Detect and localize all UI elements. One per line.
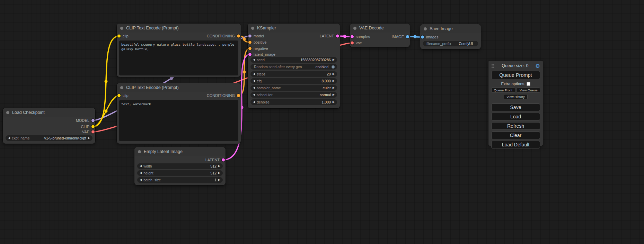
widget-batch-size[interactable]: ◀ batch_size 1 ▶ xyxy=(137,177,223,183)
output-port-vae[interactable] xyxy=(91,130,95,134)
node-ksampler[interactable]: KSampler model positive negative latent_… xyxy=(248,24,340,108)
increment-arrow-icon[interactable]: ▶ xyxy=(218,172,220,174)
increment-arrow-icon[interactable]: ▶ xyxy=(333,101,335,103)
prompt-textarea[interactable]: beautiful scenery nature glass bottle la… xyxy=(119,40,238,75)
decrement-arrow-icon[interactable]: ◀ xyxy=(8,137,10,139)
node-save-image[interactable]: Save Image images filename_prefix ComfyU… xyxy=(420,24,481,49)
increment-arrow-icon[interactable]: ▶ xyxy=(333,73,335,75)
increment-arrow-icon[interactable]: ▶ xyxy=(88,137,90,139)
node-title-bar[interactable]: CLIP Text Encode (Prompt) xyxy=(117,83,241,92)
input-port-samples[interactable] xyxy=(351,35,354,38)
decrement-arrow-icon[interactable]: ◀ xyxy=(253,101,255,103)
decrement-arrow-icon[interactable]: ◀ xyxy=(140,172,142,174)
output-label-clip: CLIP xyxy=(81,125,89,129)
load-default-button[interactable]: Load Default xyxy=(491,141,540,148)
extra-options-checkbox[interactable] xyxy=(527,82,530,86)
widget-seed[interactable]: ◀ seed 156680208700286 ▶ xyxy=(250,57,337,63)
widget-value: 512 xyxy=(210,171,217,175)
widget-value: euler xyxy=(323,86,330,90)
input-label-images: images xyxy=(426,35,438,39)
increment-arrow-icon[interactable]: ▶ xyxy=(333,58,335,61)
output-port-latent[interactable] xyxy=(336,35,339,38)
decrement-arrow-icon[interactable]: ◀ xyxy=(253,58,255,61)
drag-handle-icon[interactable] xyxy=(491,64,495,68)
widget-denoise[interactable]: ◀ denoise 1.000 ▶ xyxy=(250,99,337,105)
increment-arrow-icon[interactable]: ▶ xyxy=(218,179,220,181)
input-port-model[interactable] xyxy=(248,35,252,38)
output-port-conditioning[interactable] xyxy=(237,35,240,38)
node-title-bar[interactable]: CLIP Text Encode (Prompt) xyxy=(117,24,241,33)
collapse-dot-icon[interactable] xyxy=(353,27,356,30)
input-port-latent-image[interactable] xyxy=(248,53,252,56)
widget-random-seed-toggle[interactable]: Random seed after every gen enabled xyxy=(250,64,337,70)
load-button[interactable]: Load xyxy=(491,113,540,120)
output-port-image[interactable] xyxy=(406,35,409,38)
node-vae-decode[interactable]: VAE Decode samples vae IMAGE xyxy=(350,24,410,47)
clear-button[interactable]: Clear xyxy=(491,132,540,139)
widget-filename-prefix[interactable]: filename_prefix ComfyUI xyxy=(423,41,478,46)
wire-latent-samples-midpoint-dot xyxy=(343,35,346,38)
widget-value: 1.000 xyxy=(322,100,331,104)
toggle-dot-icon[interactable] xyxy=(332,65,335,69)
output-port-latent[interactable] xyxy=(222,159,225,162)
increment-arrow-icon[interactable]: ▶ xyxy=(333,93,335,96)
view-history-button[interactable]: View History xyxy=(504,94,528,99)
widget-value: 20 xyxy=(327,72,331,76)
queue-prompt-button[interactable]: Queue Prompt xyxy=(491,71,540,79)
increment-arrow-icon[interactable]: ▶ xyxy=(333,80,335,82)
widget-value: 156680208700286 xyxy=(300,58,331,62)
decrement-arrow-icon[interactable]: ◀ xyxy=(140,179,142,181)
widget-steps[interactable]: ◀ steps 20 ▶ xyxy=(250,71,337,77)
wire-clip-positive-midpoint-dot xyxy=(105,80,108,83)
collapse-dot-icon[interactable] xyxy=(138,150,141,153)
input-port-clip[interactable] xyxy=(117,35,121,38)
collapse-dot-icon[interactable] xyxy=(120,86,123,89)
input-label-model: model xyxy=(254,34,264,38)
prompt-textarea[interactable]: text, watermark xyxy=(119,100,238,141)
widget-height[interactable]: ◀ height 512 ▶ xyxy=(137,170,223,176)
output-port-conditioning[interactable] xyxy=(237,94,240,97)
decrement-arrow-icon[interactable]: ◀ xyxy=(253,80,255,82)
output-port-model[interactable] xyxy=(91,119,95,122)
widget-value: enabled xyxy=(316,65,328,69)
collapse-dot-icon[interactable] xyxy=(120,27,123,30)
input-port-negative[interactable] xyxy=(248,47,252,50)
widget-label: ckpt_name xyxy=(12,136,29,140)
widget-label: scheduler xyxy=(257,93,273,97)
node-empty-latent-image[interactable]: Empty Latent Image LATENT ◀ width 512 ▶ … xyxy=(134,147,226,185)
increment-arrow-icon[interactable]: ▶ xyxy=(218,165,220,168)
node-title-bar[interactable]: KSampler xyxy=(248,24,340,33)
decrement-arrow-icon[interactable]: ◀ xyxy=(253,87,255,89)
widget-sampler-name[interactable]: ◀ sampler_name euler ▶ xyxy=(250,85,337,91)
widget-ckpt-name[interactable]: ◀ ckpt_name v1-5-pruned-emaonly.ckpt ▶ xyxy=(6,135,92,141)
decrement-arrow-icon[interactable]: ◀ xyxy=(253,93,255,96)
view-queue-button[interactable]: View Queue xyxy=(517,88,540,93)
node-title-bar[interactable]: Load Checkpoint xyxy=(3,108,95,117)
collapse-dot-icon[interactable] xyxy=(424,27,427,30)
input-port-images[interactable] xyxy=(421,36,424,39)
widget-label: batch_size xyxy=(143,178,161,182)
widget-label: filename_prefix xyxy=(426,42,451,46)
input-port-clip[interactable] xyxy=(117,94,121,97)
input-port-positive[interactable] xyxy=(248,41,252,44)
node-title-bar[interactable]: Save Image xyxy=(420,24,481,33)
widget-cfg[interactable]: ◀ cfg 8.000 ▶ xyxy=(250,78,337,84)
input-port-vae[interactable] xyxy=(351,42,354,45)
decrement-arrow-icon[interactable]: ◀ xyxy=(140,165,142,168)
queue-front-button[interactable]: Queue Front xyxy=(491,88,515,93)
widget-width[interactable]: ◀ width 512 ▶ xyxy=(137,163,223,169)
settings-gear-icon[interactable]: ⚙ xyxy=(536,63,540,69)
collapse-dot-icon[interactable] xyxy=(251,27,254,30)
node-load-checkpoint[interactable]: Load Checkpoint MODEL CLIP VAE ◀ ckpt_na… xyxy=(3,108,95,144)
node-title-bar[interactable]: VAE Decode xyxy=(350,24,410,33)
increment-arrow-icon[interactable]: ▶ xyxy=(333,87,335,89)
node-clip-text-encode-positive[interactable]: CLIP Text Encode (Prompt) clip CONDITION… xyxy=(117,24,241,77)
collapse-dot-icon[interactable] xyxy=(6,111,9,114)
node-title-bar[interactable]: Empty Latent Image xyxy=(134,147,226,156)
widget-scheduler[interactable]: ◀ scheduler normal ▶ xyxy=(250,92,337,98)
output-port-clip[interactable] xyxy=(91,125,95,128)
node-clip-text-encode-negative[interactable]: CLIP Text Encode (Prompt) clip CONDITION… xyxy=(117,83,241,144)
refresh-button[interactable]: Refresh xyxy=(491,122,540,130)
decrement-arrow-icon[interactable]: ◀ xyxy=(253,73,255,75)
save-button[interactable]: Save xyxy=(491,103,540,111)
